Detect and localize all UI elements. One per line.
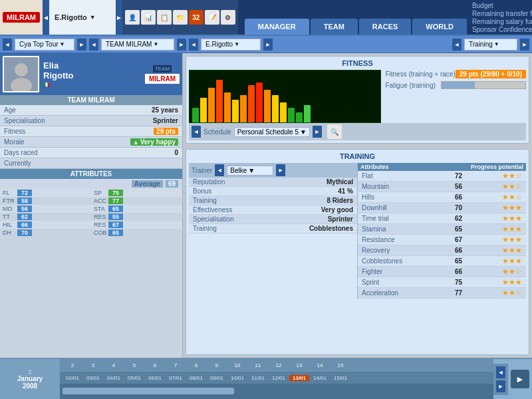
training-left-col: Trainer ◄ Belke ▼ ► Reputation Mythical … [189,163,358,299]
training-rep-row: Reputation Mythical [189,178,357,187]
tour-nav-right[interactable]: ► [77,39,86,51]
view-dropdown[interactable]: Training ▼ [464,39,517,51]
fitness-training-row: Fitness (training + race) 29 pts (29/80 … [385,70,526,78]
training-spec-row: Specialisation Sprinter [189,215,357,224]
timeline-date-13[interactable]: 15/01 [331,375,350,381]
timeline-date-3[interactable]: 05/01 [124,375,144,381]
manager-name: E.Rigotto [55,13,87,21]
toolbar-icon-2[interactable]: 📊 [141,10,156,25]
attr-right-row-1: Mountain56★★☆ [358,182,526,192]
schedule-nav-right[interactable]: ► [313,126,322,138]
tab-races[interactable]: RACES [359,19,412,35]
training-right-col: Attributes Progress potential Flat72★★☆M… [358,163,526,299]
manager-nav-left[interactable]: ◄ [43,0,49,35]
fitness-bar-13 [296,112,303,122]
view-dd-arrow: ▼ [494,41,499,47]
rider-nav-right[interactable]: ► [263,39,273,51]
team-nav-left[interactable]: ◄ [89,39,98,51]
toolbar-icon-count[interactable]: 32 [189,10,203,25]
training-cobble-row: Training Cobblestones [189,224,357,233]
player-photo [3,56,39,92]
transfer-label: Remaining transfer fu... [472,10,532,17]
training-content: Trainer ◄ Belke ▼ ► Reputation Mythical … [189,163,526,299]
right-panel: FITNESS Fitness (training + race) 29 pts… [183,53,532,358]
fitness-bar-5 [232,100,239,122]
toolbar-icon-5[interactable]: 📝 [205,10,219,25]
fitness-bar-3 [216,80,223,122]
team-nav-right[interactable]: ► [177,39,186,51]
trainer-nav-left[interactable]: ◄ [215,164,224,176]
timeline-date-9[interactable]: 11/01 [248,375,268,381]
schedule-dropdown[interactable]: Personal Schedule 5 ▼ [234,127,310,137]
attr-right-row-4: Time trial62★★★ [358,213,526,224]
timeline-date-display: 2 January 2008 [0,359,60,399]
toolbar-icon-1[interactable]: 👤 [125,10,140,25]
fitness-section: FITNESS Fitness (training + race) 29 pts… [186,56,529,144]
timeline-nav-prev[interactable]: ◄ [496,366,505,378]
stat-fitness: Fitness 29 pts [0,126,182,137]
nav-tabs: MANAGER TEAM RACES WORLD [238,0,467,35]
fitness-bar-10 [272,95,279,122]
timeline-date-4[interactable]: 06/01 [145,375,165,381]
manager-dropdown-arrow[interactable]: ▼ [90,14,96,21]
attr-right-row-6: Resistance67★★★ [358,235,526,245]
attr-right-row-0: Flat72★★☆ [358,171,526,182]
tab-manager[interactable]: MANAGER [245,19,309,35]
timeline-date-10[interactable]: 12/01 [269,375,289,381]
toolbar-icons: 👤 📊 📋 📁 32 📝 ⚙ [122,0,238,35]
stat-age: Age 25 years [0,105,182,116]
trainer-dropdown[interactable]: Belke ▼ [227,166,273,176]
toolbar-icon-3[interactable]: 📋 [157,10,172,25]
timeline-date-0[interactable]: 02/01 [63,375,82,381]
timeline-num-10: 10 [227,362,247,368]
timeline-num-14: 14 [310,362,330,368]
timeline-date-2[interactable]: 04/01 [104,375,124,381]
timeline-num-7: 7 [166,362,186,368]
timeline-bar-area [60,384,493,399]
attr-avg-label: Average [132,180,163,188]
fitness-fatigue-row: Fatigue (training) [385,81,526,89]
team-dropdown[interactable]: TEAM MILRAM ▼ [101,39,174,51]
tab-world[interactable]: WORLD [412,19,467,35]
manager-nav-right[interactable]: ► [116,0,122,35]
attr-right-row-3: Downhill70★★★ [358,203,526,213]
training-bonus-row: Bonus 41 % [189,187,357,196]
timeline-date-11[interactable]: 13/01 [289,375,309,381]
timeline-num-15: 15 [331,362,350,368]
view-nav-right[interactable]: ► [520,39,529,51]
schedule-nav-left[interactable]: ◄ [192,126,201,138]
timeline: 2 January 2008 23456789101112131415 02/0… [0,358,532,399]
play-button[interactable]: ► [511,370,529,388]
tour-nav-left[interactable]: ◄ [3,39,12,51]
view-nav-left[interactable]: ◄ [452,39,462,51]
fitness-bar-12 [288,108,295,123]
player-last-name: Rigotto [43,70,141,80]
timeline-date-12[interactable]: 14/01 [310,375,330,381]
trainer-nav-right[interactable]: ► [276,164,285,176]
timeline-dates: 02/0103/0104/0105/0106/0107/0108/0109/01… [60,372,493,383]
tour-dropdown[interactable]: Cya Top Tour ▼ [15,39,74,51]
timeline-num-4: 4 [104,362,124,368]
search-schedule-btn[interactable]: 🔍 [327,124,342,139]
training-effectiveness-row: Effectiveness Very good [189,205,357,215]
schedule-row: ◄ Schedule Personal Schedule 5 ▼ ► 🔍 [189,123,526,140]
attr-avg: Average 69 [0,179,182,189]
timeline-date-1[interactable]: 03/01 [83,375,103,381]
schedule-dd-arrow: ▼ [300,128,307,136]
toolbar-icon-4[interactable]: 📁 [173,10,188,25]
tab-team[interactable]: TEAM [311,19,358,35]
manager-name-box: E.Rigotto ▼ [49,0,116,35]
budget-label: Budget [472,2,493,9]
stat-currently: Currently [0,158,182,169]
timeline-date-8[interactable]: 10/01 [227,375,247,381]
timeline-nav-next[interactable]: ► [496,380,505,392]
rider-nav-left[interactable]: ◄ [189,39,198,51]
timeline-date-5[interactable]: 07/01 [166,375,186,381]
timeline-day: 2 [28,368,31,375]
timeline-date-6[interactable]: 08/01 [186,375,206,381]
stat-morale: Morale ▲ Very happy [0,137,182,148]
timeline-date-7[interactable]: 09/01 [207,375,227,381]
toolbar-icon-6[interactable]: ⚙ [221,10,235,25]
trainer-dd-arrow: ▼ [248,167,255,174]
rider-dropdown[interactable]: E.Rigotto ▼ [201,39,261,51]
